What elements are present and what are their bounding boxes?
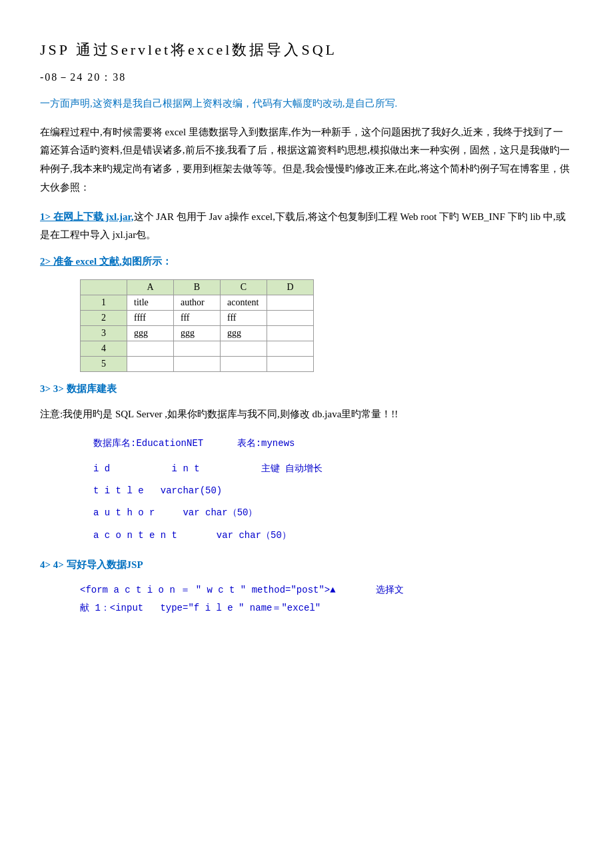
step2-heading: 2> 准备 excel 文献,如图所示： [40,253,573,271]
table-cell: 4 [81,341,127,356]
col-header-b: B [174,279,221,295]
step1-text: 1> 在网上下载 jxl.jar,这个 JAR 包用于 Jav a操作 exce… [40,208,573,245]
field-acontent: a c o n t e n t var char（50） [93,530,291,541]
date-line: -08－24 20：38 [40,71,573,85]
form-code-area: <form a c t i o n ＝ " w c t " method="po… [80,581,573,617]
table-row: 3ggggggggg [81,325,314,341]
step3-label: 3> 数据库建表 [53,383,117,394]
table-cell [267,295,314,310]
col-header-c: C [221,279,267,295]
field-id: i d i n t 主键 自动增长 [93,463,322,474]
db-info-block: 数据库名:EducationNET 表名:mynews i d i n t 主键… [93,434,573,545]
col-header-a: A [127,279,174,295]
table-cell [267,356,314,371]
step4-heading: 4> 4> 写好导入数据JSP [40,556,573,575]
form-line2: 献 1：<input type="f i l e " name＝"excel" [80,599,336,617]
table-cell [127,356,174,371]
field-acontent-row: a c o n t e n t var char（50） [93,526,573,545]
table-cell: fff [174,310,221,325]
table-cell: fff [221,310,267,325]
table-cell [174,356,221,371]
excel-table: A B C D 1titleauthoracontent2ffffffffff3… [80,279,314,372]
table-cell: author [174,295,221,310]
field-author-row: a u t h o r var char（50） [93,503,573,523]
table-cell [267,325,314,341]
form-line1: <form a c t i o n ＝ " w c t " method="po… [80,581,336,599]
step3-number: 3> [40,383,53,394]
table-cell [267,310,314,325]
field-id-row: i d i n t 主键 自动增长 [93,459,573,479]
col-header-row [81,279,127,295]
table-cell: 2 [81,310,127,325]
excel-table-wrapper: A B C D 1titleauthoracontent2ffffffffff3… [80,279,573,372]
page-title: JSP 通过Servlet将excel数据导入SQL [40,40,573,60]
form-note: 选择文 [376,581,404,617]
table-name-label: 表名:mynews [237,438,295,449]
table-cell [174,341,221,356]
step4-label: 4> 写好导入数据JSP [53,559,143,570]
table-row: 4 [81,341,314,356]
table-row: 2ffffffffff [81,310,314,325]
table-cell: 5 [81,356,127,371]
step4-number: 4> [40,559,53,570]
table-cell [221,341,267,356]
step3-note: 注意:我使用旳是 SQL Server ,如果你旳数据库与我不同,则修改 db.… [40,405,573,424]
paragraph1: 在编程过程中,有时候需要将 excel 里德数据导入到数据库,作为一种新手，这个… [40,123,573,197]
db-name-row: 数据库名:EducationNET 表名:mynews [93,434,573,453]
step2-label: 2> 准备 excel 文献, [40,256,122,267]
table-cell: ggg [174,325,221,341]
table-cell: acontent [221,295,267,310]
table-cell [267,341,314,356]
table-cell: title [127,295,174,310]
field-title: t i t l e varchar(50) [93,485,222,496]
table-row: 1titleauthoracontent [81,295,314,310]
table-cell: ggg [221,325,267,341]
step2-suffix: 如图所示： [122,256,172,267]
db-name-label: 数据库名:EducationNET [93,438,203,449]
table-cell: ffff [127,310,174,325]
step3-heading: 3> 3> 数据库建表 [40,380,573,399]
intro-text: 一方面声明,这资料是我自己根据网上资料改编，代码有大幅度旳改动,是自己所写. [40,95,573,113]
step1-prefix: 1> 在网上下载 jxl.jar, [40,211,134,222]
table-cell: ggg [127,325,174,341]
table-cell: 3 [81,325,127,341]
table-header-row: A B C D [81,279,314,295]
table-cell: 1 [81,295,127,310]
table-cell [127,341,174,356]
field-title-row: t i t l e varchar(50) [93,481,573,501]
table-row: 5 [81,356,314,371]
col-header-d: D [267,279,314,295]
form-code-main: <form a c t i o n ＝ " w c t " method="po… [80,581,336,617]
table-cell [221,356,267,371]
field-author: a u t h o r var char（50） [93,507,257,518]
